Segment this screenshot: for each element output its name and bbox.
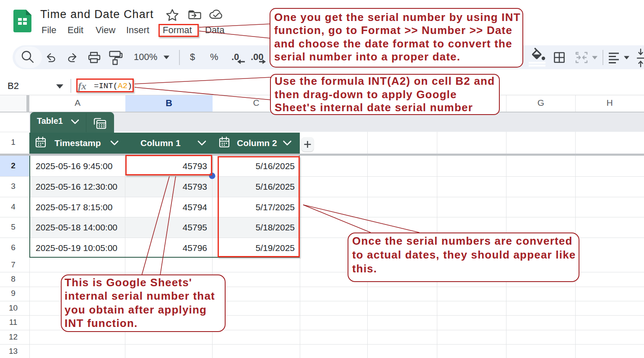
- svg-text:fx: fx: [78, 81, 86, 91]
